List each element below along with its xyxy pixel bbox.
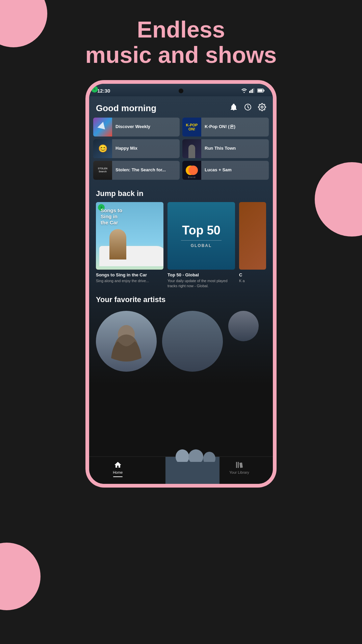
status-time: 12:30 <box>97 88 110 94</box>
svg-rect-5 <box>264 90 265 92</box>
artist-item-3[interactable] <box>228 311 259 374</box>
artist-circle-2 <box>162 311 223 372</box>
svg-rect-2 <box>252 89 253 93</box>
header-icons <box>230 103 266 113</box>
app-header: Good morning <box>89 96 273 118</box>
svg-point-8 <box>261 106 263 108</box>
artist-circle-3 <box>228 311 259 341</box>
fav-artists-scroll <box>89 308 273 381</box>
library-icon <box>235 461 243 469</box>
top50-title: Top 50 - Global <box>167 272 235 277</box>
nav-home[interactable]: Home <box>113 461 123 477</box>
jump-back-section-header: Jump back in <box>89 184 273 202</box>
phone-frame: 12:30 <box>86 81 276 487</box>
page-title: Endless music and shows <box>85 17 277 68</box>
svg-rect-18 <box>236 462 237 468</box>
signal-icon <box>249 88 255 93</box>
blob-top-left <box>0 0 47 47</box>
quick-item-happy-mix[interactable]: 😊 Happy Mix <box>93 139 180 158</box>
songs-car-desc: Sing along and enjoy the drive... <box>96 278 163 283</box>
wifi-icon <box>241 88 247 93</box>
jump-back-songs-car[interactable]: ♫ Songs toSing inthe Car Songs to Sing i… <box>96 202 163 289</box>
favorite-artists-header: Your favorite artists <box>89 290 273 308</box>
nav-library[interactable]: Your Library <box>229 461 249 477</box>
stolen-label: Stolen: The Search for... <box>112 167 169 173</box>
happy-mix-label: Happy Mix <box>112 146 141 151</box>
kpop-thumb: K-POPON! <box>182 118 201 137</box>
svg-rect-20 <box>239 462 243 468</box>
discover-arrow <box>97 122 108 132</box>
svg-rect-3 <box>253 88 254 93</box>
blend-thumb: Blend <box>182 161 201 180</box>
kpop-label: K-Pop ON! (온) <box>201 124 239 130</box>
home-indicator <box>113 476 123 477</box>
third-desc: K a <box>239 278 266 283</box>
blob-right <box>315 162 362 237</box>
quick-item-discover-weekly[interactable]: Discover Weekly <box>93 118 180 137</box>
quick-item-kpop[interactable]: K-POPON! K-Pop ON! (온) <box>182 118 269 137</box>
battery-icon <box>257 89 265 93</box>
svg-rect-6 <box>258 90 263 92</box>
status-icons <box>241 88 265 93</box>
run-this-town-label: Run This Town <box>201 146 239 151</box>
happy-mix-thumb: 😊 <box>93 139 112 158</box>
artist-circle-1 <box>96 311 157 372</box>
quick-grid: Discover Weekly K-POPON! K-Pop ON! (온) <box>89 118 273 184</box>
lucas-sam-label: Lucas + Sam <box>201 167 235 173</box>
songs-car-title: Songs to Sing in the Car <box>96 272 163 277</box>
third-cover <box>239 202 266 270</box>
blob-bottom-left <box>0 543 41 610</box>
home-label: Home <box>113 470 123 474</box>
artist-item-1[interactable] <box>96 311 157 374</box>
jump-back-scroll: ♫ Songs toSing inthe Car Songs to Sing i… <box>89 202 273 290</box>
quick-item-run-this-town[interactable]: Run This Town <box>182 139 269 158</box>
blend-circle-2 <box>188 166 198 175</box>
discover-weekly-thumb <box>93 118 112 137</box>
stolen-thumb: STOLENSearch <box>93 161 112 180</box>
home-icon <box>114 461 122 469</box>
settings-icon[interactable] <box>258 103 266 113</box>
top50-cover: ♫ Top 50 GLOBAL <box>167 202 235 270</box>
library-label: Your Library <box>229 470 249 474</box>
top50-desc: Your daily update of the most played tra… <box>167 278 235 289</box>
history-icon[interactable] <box>244 103 252 113</box>
discover-weekly-label: Discover Weekly <box>112 124 154 130</box>
camera-notch <box>179 89 183 93</box>
artist-item-2[interactable] <box>162 311 223 374</box>
quick-item-lucas-sam[interactable]: Blend Lucas + Sam <box>182 161 269 180</box>
run-this-town-thumb <box>182 139 201 158</box>
jump-back-top50[interactable]: ♫ Top 50 GLOBAL Top 50 - Global Your dai… <box>167 202 235 289</box>
svg-rect-1 <box>251 90 252 93</box>
bell-icon[interactable] <box>230 103 238 113</box>
quick-item-stolen[interactable]: STOLENSearch Stolen: The Search for... <box>93 161 180 180</box>
songs-car-cover: ♫ Songs toSing inthe Car <box>96 202 163 270</box>
greeting-text: Good morning <box>96 103 156 114</box>
third-title: C <box>239 272 266 277</box>
app-content: Good morning <box>89 96 273 456</box>
phone-screen: 12:30 <box>89 84 273 484</box>
svg-rect-0 <box>249 91 250 93</box>
jump-back-third[interactable]: C K a <box>239 202 266 289</box>
svg-rect-19 <box>238 462 239 468</box>
